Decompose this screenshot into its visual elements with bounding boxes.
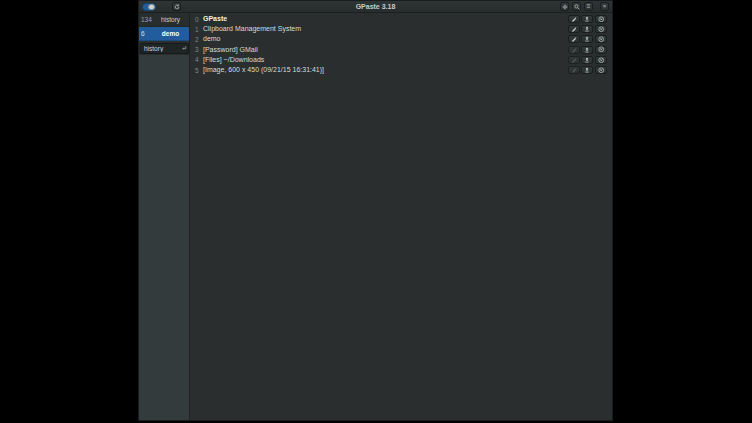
edit-icon <box>571 16 577 22</box>
edit-item-button[interactable] <box>568 66 580 74</box>
item-actions <box>567 15 607 23</box>
search-button[interactable] <box>572 2 581 11</box>
close-icon: × <box>603 3 607 10</box>
clipboard-item-list: 0 GPaste 1 Clipboard Management System <box>190 13 612 420</box>
titlebar: GPaste 3.18 ≡ × <box>139 1 612 13</box>
upload-item-button[interactable] <box>581 15 593 23</box>
item-index: 1 <box>195 26 203 33</box>
screen: GPaste 3.18 ≡ × <box>0 0 752 423</box>
item-index: 2 <box>195 36 203 43</box>
item-actions <box>567 35 607 43</box>
delete-item-button[interactable] <box>595 25 607 33</box>
upload-icon <box>584 67 590 73</box>
delete-item-button[interactable] <box>595 35 607 43</box>
item-text: [Files] ~/Downloads <box>203 55 567 65</box>
clipboard-item-row[interactable]: 5 [Image, 600 x 450 (09/21/15 16:31:41)] <box>190 65 612 75</box>
edit-icon <box>571 36 577 42</box>
item-text: [Image, 600 x 450 (09/21/15 16:31:41)] <box>203 65 567 75</box>
clipboard-item-row[interactable]: 3 [Password] GMail <box>190 45 612 55</box>
delete-icon <box>598 46 605 53</box>
clipboard-item-row[interactable]: 4 [Files] ~/Downloads <box>190 55 612 65</box>
delete-item-button[interactable] <box>595 56 607 64</box>
edit-item-button[interactable] <box>568 56 580 64</box>
item-text: demo <box>203 34 567 44</box>
delete-item-button[interactable] <box>595 66 607 74</box>
new-history-row <box>139 41 189 55</box>
upload-item-button[interactable] <box>581 66 593 74</box>
clipboard-item-row[interactable]: 0 GPaste <box>190 14 612 24</box>
history-item-count: 134 <box>141 16 154 23</box>
upload-item-button[interactable] <box>581 35 593 43</box>
upload-item-button[interactable] <box>581 56 593 64</box>
history-list-item[interactable]: 134 history <box>139 13 189 27</box>
item-text: [Password] GMail <box>203 45 567 55</box>
gpaste-window: GPaste 3.18 ≡ × <box>138 0 613 421</box>
item-actions <box>567 46 607 54</box>
item-actions <box>567 25 607 33</box>
item-index: 3 <box>195 46 203 53</box>
history-item-name: history <box>154 16 187 23</box>
history-item-name: demo <box>154 30 187 37</box>
hamburger-icon: ≡ <box>587 3 591 10</box>
delete-icon <box>598 26 605 33</box>
search-icon <box>574 4 580 10</box>
item-text: GPaste <box>203 14 567 24</box>
history-list: 134 history 6 demo <box>139 13 189 41</box>
upload-icon <box>584 47 590 53</box>
delete-item-button[interactable] <box>595 46 607 54</box>
window-body: 134 history 6 demo 0 GPaste <box>139 13 612 420</box>
upload-item-button[interactable] <box>581 46 593 54</box>
upload-icon <box>584 36 590 42</box>
history-list-item[interactable]: 6 demo <box>139 27 189 41</box>
restart-daemon-icon <box>174 4 180 10</box>
edit-item-button[interactable] <box>568 15 580 23</box>
edit-item-button[interactable] <box>568 25 580 33</box>
edit-icon <box>571 26 577 32</box>
edit-icon <box>571 57 577 63</box>
edit-icon <box>571 47 577 53</box>
edit-item-button[interactable] <box>568 46 580 54</box>
window-title: GPaste 3.18 <box>139 1 612 13</box>
delete-item-button[interactable] <box>595 15 607 23</box>
item-index: 4 <box>195 56 203 63</box>
item-index: 0 <box>195 16 203 23</box>
gear-icon <box>562 4 568 10</box>
enter-icon[interactable] <box>180 44 188 52</box>
delete-icon <box>598 16 605 23</box>
restart-daemon-button[interactable] <box>172 2 181 11</box>
delete-icon <box>598 57 605 64</box>
sidebar: 134 history 6 demo <box>139 13 190 420</box>
history-item-count: 6 <box>141 30 154 37</box>
upload-icon <box>584 26 590 32</box>
upload-item-button[interactable] <box>581 25 593 33</box>
clipboard-item-row[interactable]: 1 Clipboard Management System <box>190 24 612 34</box>
delete-icon <box>598 67 605 74</box>
switch-knob <box>148 4 155 10</box>
item-text: Clipboard Management System <box>203 24 567 34</box>
menu-button[interactable]: ≡ <box>584 2 593 11</box>
item-actions <box>567 56 607 64</box>
tracking-switch[interactable] <box>142 3 156 11</box>
upload-icon <box>584 57 590 63</box>
upload-icon <box>584 16 590 22</box>
close-button[interactable]: × <box>600 2 609 11</box>
clipboard-item-row[interactable]: 2 demo <box>190 34 612 44</box>
edit-item-button[interactable] <box>568 35 580 43</box>
delete-icon <box>598 36 605 43</box>
item-actions <box>567 66 607 74</box>
preferences-button[interactable] <box>560 2 569 11</box>
item-index: 5 <box>195 67 203 74</box>
edit-icon <box>571 67 577 73</box>
titlebar-right-buttons: ≡ × <box>557 2 609 11</box>
